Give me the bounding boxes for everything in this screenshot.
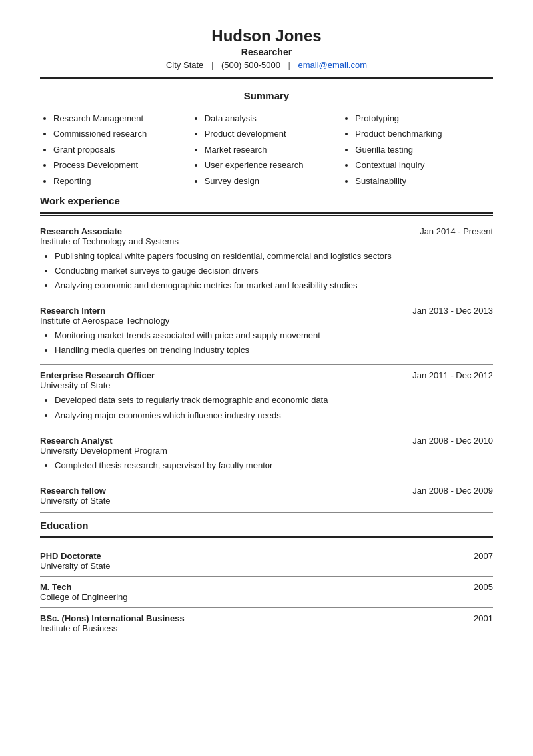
skill-item: Process Development — [53, 157, 191, 173]
edu-entry: PHD Doctorate2007University of State — [40, 551, 493, 571]
pipe-2: | — [288, 60, 290, 70]
edu-divider — [40, 576, 493, 577]
job-divider — [40, 364, 493, 365]
skill-item: Guerilla testing — [355, 142, 493, 157]
resume-header: Hudson Jones Researcher City State | (50… — [40, 27, 493, 70]
skills-grid: Research ManagementCommissioned research… — [40, 111, 493, 189]
edu-entry: M. Tech2005College of Engineering — [40, 582, 493, 602]
skill-item: Grant proposals — [53, 142, 191, 157]
full-name: Hudson Jones — [40, 27, 493, 45]
job-title: Research Analyst — [40, 436, 113, 446]
skills-list-3: PrototypingProduct benchmarkingGuerilla … — [342, 111, 493, 189]
summary-title: Summary — [40, 90, 493, 101]
edu-year: 2005 — [474, 582, 493, 592]
contact-info: City State | (500) 500-5000 | email@emai… — [40, 60, 493, 70]
edu-org: College of Engineering — [40, 592, 493, 602]
job-entry: Research AssociateJan 2014 - PresentInst… — [40, 226, 493, 293]
skill-item: Data analysis — [205, 111, 342, 126]
skills-col-3: PrototypingProduct benchmarkingGuerilla … — [342, 111, 493, 189]
skills-col-1: Research ManagementCommissioned research… — [40, 111, 191, 189]
summary-section: Summary Research ManagementCommissioned … — [40, 90, 493, 189]
education-section: Education PHD Doctorate2007University of… — [40, 520, 493, 633]
edu-divider — [40, 607, 493, 608]
skill-item: Reporting — [53, 173, 191, 189]
jobs-container: Research AssociateJan 2014 - PresentInst… — [40, 226, 493, 513]
job-org: Institute of Technology and Systems — [40, 236, 493, 246]
job-date: Jan 2013 - Dec 2013 — [412, 306, 493, 316]
skill-item: Commissioned research — [53, 126, 191, 141]
job-header: Research AnalystJan 2008 - Dec 2010 — [40, 436, 493, 446]
job-divider — [40, 430, 493, 430]
work-section: Work experience Research AssociateJan 20… — [40, 195, 493, 513]
edu-year: 2007 — [474, 551, 493, 561]
job-entry: Enterprise Research OfficerJan 2011 - De… — [40, 370, 493, 422]
skills-list-1: Research ManagementCommissioned research… — [40, 111, 191, 189]
job-title: Researcher — [40, 47, 493, 57]
job-date: Jan 2014 - Present — [420, 226, 493, 236]
job-entry: Research InternJan 2013 - Dec 2013Instit… — [40, 306, 493, 358]
edu-entry: BSc. (Hons) International Business2001In… — [40, 613, 493, 633]
job-bullets: Monitoring market trends associated with… — [40, 328, 493, 358]
job-bullet: Analyzing economic and demographic metri… — [55, 278, 493, 293]
job-bullet: Analyzing major economies which influenc… — [55, 408, 493, 423]
job-title: Research Intern — [40, 306, 105, 316]
work-section-rule — [40, 212, 493, 216]
job-title: Enterprise Research Officer — [40, 370, 155, 380]
city-state: City State — [166, 60, 203, 70]
skill-item: Product development — [205, 126, 342, 141]
job-bullet: Handling media queries on trending indus… — [55, 343, 493, 358]
edu-org: Institute of Business — [40, 623, 493, 633]
skill-item: Research Management — [53, 111, 191, 126]
skill-item: Contextual inquiry — [355, 157, 493, 173]
job-bullets: Developed data sets to regularly track d… — [40, 393, 493, 422]
skills-list-2: Data analysisProduct developmentMarket r… — [191, 111, 342, 189]
skill-item: Market research — [205, 142, 342, 157]
edu-org: University of State — [40, 561, 493, 571]
edu-header: PHD Doctorate2007 — [40, 551, 493, 561]
skill-item: Survey design — [205, 173, 342, 189]
education-title: Education — [40, 520, 493, 531]
job-entry: Research AnalystJan 2008 - Dec 2010Unive… — [40, 436, 493, 473]
job-divider — [40, 512, 493, 513]
job-bullet: Conducting market surveys to gauge decis… — [55, 264, 493, 278]
job-bullets: Publishing topical white papers focusing… — [40, 249, 493, 293]
header-divider-bottom — [40, 79, 493, 79]
job-header: Research InternJan 2013 - Dec 2013 — [40, 306, 493, 316]
job-header: Enterprise Research OfficerJan 2011 - De… — [40, 370, 493, 380]
job-bullets: Completed thesis research, supervised by… — [40, 458, 493, 473]
skill-item: User experience research — [205, 157, 342, 173]
edu-degree: PHD Doctorate — [40, 551, 101, 561]
job-bullet: Developed data sets to regularly track d… — [55, 393, 493, 408]
job-org: University of State — [40, 380, 493, 390]
job-date: Jan 2008 - Dec 2010 — [412, 436, 493, 446]
phone: (500) 500-5000 — [221, 60, 280, 70]
skill-item: Sustainability — [355, 173, 493, 189]
education-section-rule — [40, 536, 493, 540]
job-org: Institute of Aerospace Technology — [40, 316, 493, 326]
skill-item: Prototyping — [355, 111, 493, 126]
edu-degree: M. Tech — [40, 582, 71, 592]
edu-header: BSc. (Hons) International Business2001 — [40, 613, 493, 623]
job-bullet: Completed thesis research, supervised by… — [55, 458, 493, 473]
edu-container: PHD Doctorate2007University of StateM. T… — [40, 551, 493, 633]
job-bullet: Publishing topical white papers focusing… — [55, 249, 493, 264]
skill-item: Product benchmarking — [355, 126, 493, 141]
job-title: Research Associate — [40, 226, 122, 236]
job-org: University of State — [40, 496, 493, 506]
job-entry: Research fellowJan 2008 - Dec 2009Univer… — [40, 486, 493, 506]
job-header: Research AssociateJan 2014 - Present — [40, 226, 493, 236]
job-date: Jan 2008 - Dec 2009 — [412, 486, 493, 496]
edu-degree: BSc. (Hons) International Business — [40, 613, 185, 623]
job-org: University Development Program — [40, 446, 493, 456]
job-header: Research fellowJan 2008 - Dec 2009 — [40, 486, 493, 496]
pipe-1: | — [211, 60, 213, 70]
work-section-title: Work experience — [40, 195, 493, 206]
edu-year: 2001 — [474, 613, 493, 623]
email-link[interactable]: email@email.com — [298, 60, 368, 70]
job-title: Research fellow — [40, 486, 106, 496]
job-bullet: Monitoring market trends associated with… — [55, 328, 493, 343]
job-divider — [40, 480, 493, 480]
skills-col-2: Data analysisProduct developmentMarket r… — [191, 111, 342, 189]
edu-header: M. Tech2005 — [40, 582, 493, 592]
job-divider — [40, 300, 493, 300]
